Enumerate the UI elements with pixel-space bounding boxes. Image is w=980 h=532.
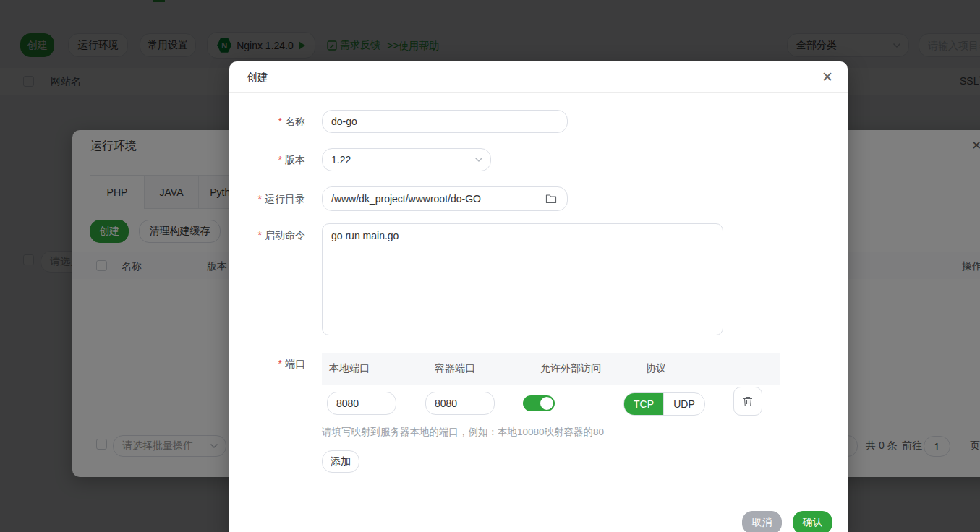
version-label-text: 版本	[285, 154, 305, 166]
browse-folder-button[interactable]	[534, 187, 567, 210]
required-mark: *	[278, 116, 282, 127]
required-mark: *	[258, 193, 262, 205]
ports-table-header: 本地端口 容器端口 允许外部访问 协议	[322, 353, 780, 385]
folder-icon	[545, 194, 557, 204]
add-port-label: 添加	[331, 455, 351, 468]
ports-col-protocol: 协议	[639, 362, 780, 375]
ports-field-label: *端口	[229, 358, 305, 371]
protocol-tcp-button[interactable]: TCP	[624, 393, 663, 415]
app-root: 创建 运行环境 常用设置 N Nginx 1.24.0 需求反馈 >>使用帮助 …	[0, 0, 980, 532]
confirm-label: 确认	[803, 516, 823, 529]
cancel-button[interactable]: 取消	[742, 511, 782, 532]
name-input[interactable]	[322, 110, 568, 133]
add-port-button[interactable]: 添加	[322, 450, 359, 473]
chevron-down-icon	[474, 157, 483, 163]
ports-hint: 请填写映射到服务器本地的端口，例如：本地10080映射容器的80	[322, 426, 604, 439]
modal-title: 创建	[247, 71, 268, 85]
cancel-label: 取消	[752, 516, 772, 529]
protocol-udp-label: UDP	[673, 398, 695, 410]
rundir-input-group	[322, 186, 568, 211]
local-port-input[interactable]	[327, 392, 396, 415]
rundir-input[interactable]	[323, 187, 534, 210]
external-access-toggle[interactable]	[523, 395, 555, 411]
ports-col-container: 容器端口	[427, 362, 533, 375]
create-modal: 创建 ✕ *名称 *版本 1.22 *运行目录	[229, 61, 848, 532]
ports-label-text: 端口	[285, 358, 305, 369]
protocol-udp-button[interactable]: UDP	[663, 393, 704, 415]
modal-header	[229, 61, 848, 93]
rundir-label-text: 运行目录	[265, 193, 305, 205]
rundir-field-label: *运行目录	[229, 186, 305, 211]
command-textarea[interactable]: go run main.go	[322, 223, 723, 335]
protocol-segmented: TCP UDP	[623, 392, 705, 416]
ports-table-row: TCP UDP	[322, 385, 780, 424]
version-field-label: *版本	[229, 148, 305, 171]
command-label-text: 启动命令	[265, 229, 305, 241]
version-select[interactable]: 1.22	[322, 148, 491, 171]
container-port-input[interactable]	[425, 392, 495, 415]
modal-close-icon[interactable]: ✕	[822, 70, 833, 84]
name-field-label: *名称	[229, 110, 305, 133]
required-mark: *	[278, 154, 282, 166]
ports-table: 本地端口 容器端口 允许外部访问 协议 TCP UDP	[322, 353, 780, 424]
version-select-value: 1.22	[331, 154, 351, 166]
ports-col-external: 允许外部访问	[533, 362, 639, 375]
trash-icon	[743, 396, 753, 407]
confirm-button[interactable]: 确认	[793, 511, 832, 532]
protocol-tcp-label: TCP	[634, 398, 654, 410]
delete-port-button[interactable]	[733, 387, 762, 416]
required-mark: *	[278, 358, 282, 369]
toggle-knob	[540, 397, 553, 410]
name-label-text: 名称	[285, 116, 305, 127]
ports-col-local: 本地端口	[322, 362, 427, 375]
command-field-label: *启动命令	[229, 229, 305, 242]
required-mark: *	[258, 229, 262, 241]
